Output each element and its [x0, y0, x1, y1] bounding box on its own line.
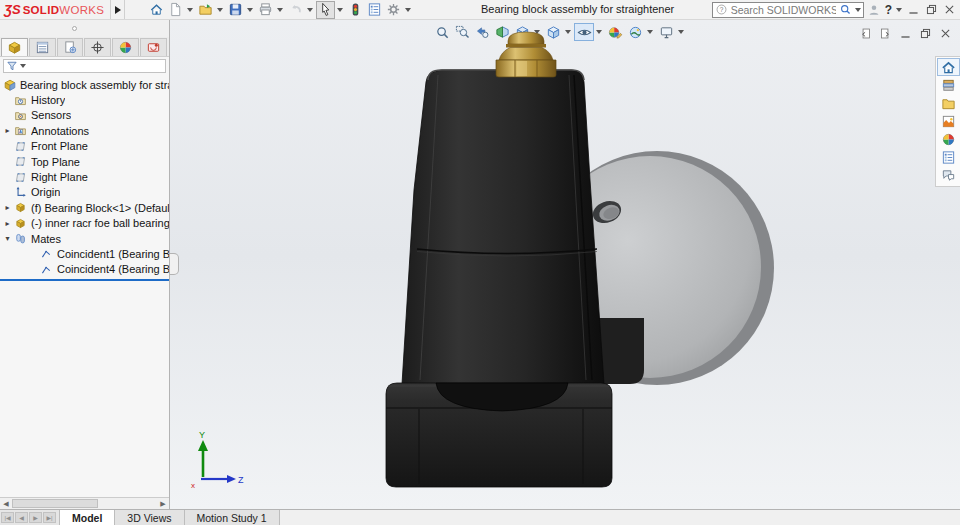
featuremanager-flyout-tab[interactable] — [170, 253, 179, 275]
tree-filter-input[interactable] — [3, 59, 166, 73]
tree-item[interactable]: ▸(-) inner racr foe ball bearing<1> (D — [0, 216, 169, 231]
taskpane-view-palette-button[interactable] — [937, 112, 960, 130]
menu-flyout-button[interactable] — [110, 0, 125, 19]
print-dropdown-arrow[interactable] — [275, 1, 284, 19]
scroll-left-arrow[interactable]: ◀ — [0, 498, 12, 509]
tree-item[interactable]: ▾Mates — [0, 231, 169, 246]
taskpane-solidworks-forum-button[interactable] — [937, 166, 960, 184]
panel-tab-configurationmanager[interactable] — [57, 38, 84, 56]
last-page-button[interactable]: ▶| — [43, 512, 56, 523]
filter-dropdown-arrow[interactable] — [20, 64, 26, 68]
options-button[interactable] — [384, 1, 403, 19]
model-bearing-block-body[interactable] — [402, 70, 604, 384]
tree-item[interactable]: History — [0, 92, 169, 107]
rebuild-button[interactable] — [346, 1, 365, 19]
edit-appearance-button[interactable] — [605, 23, 625, 41]
panel-tab-displaymanager[interactable] — [112, 38, 139, 56]
tab-motion-study-1[interactable]: Motion Study 1 — [185, 510, 280, 525]
scrollbar-track[interactable] — [12, 498, 157, 509]
zoom-to-fit-button[interactable] — [432, 23, 452, 41]
select-button[interactable] — [316, 1, 335, 19]
tab-model[interactable]: Model — [59, 510, 115, 525]
document-minimize-button[interactable] — [898, 26, 912, 40]
scroll-right-arrow[interactable]: ▶ — [157, 498, 169, 509]
first-page-button[interactable]: |◀ — [1, 512, 14, 523]
new-document-dropdown-arrow[interactable] — [185, 1, 194, 19]
previous-view-button[interactable] — [472, 23, 492, 41]
tree-expander-icon[interactable]: ▸ — [2, 126, 13, 135]
model-bearing-flange[interactable] — [539, 151, 774, 385]
window-restore-button[interactable] — [923, 2, 939, 18]
taskpane-file-explorer-button[interactable] — [937, 94, 960, 112]
taskpane-custom-properties-button[interactable] — [937, 148, 960, 166]
new-document-button[interactable] — [166, 1, 185, 19]
panel-horizontal-scrollbar[interactable]: ◀ ▶ — [0, 497, 169, 509]
tab-3d-views[interactable]: 3D Views — [115, 510, 184, 525]
user-account-icon[interactable] — [867, 3, 881, 17]
scrollbar-thumb[interactable] — [12, 499, 98, 508]
tree-expander-icon[interactable]: ▸ — [2, 219, 13, 228]
solidworks-logo-mark: ƷS — [4, 2, 21, 17]
search-input[interactable]: ? Search SOLIDWORKS Help — [712, 2, 864, 18]
file-properties-icon — [367, 2, 382, 17]
taskpane-solidworks-resources-button[interactable] — [937, 58, 960, 76]
graphics-viewport[interactable]: Y Z x — [170, 20, 960, 509]
apply-scene-button[interactable] — [625, 23, 645, 41]
next-page-button[interactable]: ▶ — [29, 512, 42, 523]
hide-show-items-button[interactable] — [574, 23, 594, 41]
view-orientation-button[interactable] — [543, 23, 563, 41]
display-style-dropdown-arrow[interactable] — [532, 23, 541, 41]
commandmanager-pull-handle[interactable] — [72, 26, 77, 31]
tree-item[interactable]: Origin — [0, 185, 169, 200]
undo-button[interactable] — [286, 1, 305, 19]
print-button[interactable] — [256, 1, 275, 19]
window-close-button[interactable] — [941, 2, 957, 18]
search-dropdown-arrow[interactable] — [855, 8, 861, 12]
view-settings-button[interactable] — [656, 23, 676, 41]
tree-item[interactable]: ▸AAnnotations — [0, 123, 169, 138]
search-magnifier-icon[interactable] — [839, 3, 852, 16]
tree-item[interactable]: Top Plane — [0, 154, 169, 169]
tree-item[interactable]: Coincident4 (Bearing Block<1>, — [0, 262, 169, 277]
tree-expander-icon[interactable]: ▾ — [2, 234, 13, 243]
panel-tab-featuremanager-design-tree[interactable] — [1, 38, 28, 56]
open-button[interactable] — [196, 1, 215, 19]
select-dropdown-arrow[interactable] — [335, 1, 344, 19]
save-button[interactable] — [226, 1, 245, 19]
tree-item[interactable]: ▸(f) Bearing Block<1> (Default<<Def — [0, 200, 169, 215]
tree-item[interactable]: Right Plane — [0, 169, 169, 184]
undo-dropdown-arrow[interactable] — [305, 1, 314, 19]
tree-item[interactable]: Coincident1 (Bearing Block<1>, — [0, 246, 169, 261]
previous-page-button[interactable]: ◀ — [15, 512, 28, 523]
taskpane-design-library-button[interactable] — [937, 76, 960, 94]
tree-item[interactable]: Sensors — [0, 108, 169, 123]
document-close-button[interactable] — [938, 26, 952, 40]
panel-tab-cam-feature-tree[interactable] — [140, 38, 167, 56]
options-dropdown-arrow[interactable] — [403, 1, 412, 19]
help-dropdown-arrow[interactable] — [896, 8, 902, 12]
window-minimize-button[interactable] — [905, 2, 921, 18]
panel-tab-propertymanager[interactable] — [29, 38, 56, 56]
zoom-to-area-button[interactable] — [452, 23, 472, 41]
open-dropdown-arrow[interactable] — [215, 1, 224, 19]
tree-item[interactable]: Bearing block assembly for straightener — [0, 77, 169, 92]
save-dropdown-arrow[interactable] — [245, 1, 254, 19]
model-base-block[interactable] — [386, 383, 612, 487]
previous-document-button[interactable] — [858, 26, 872, 40]
apply-scene-dropdown-arrow[interactable] — [645, 23, 654, 41]
next-document-button[interactable] — [878, 26, 892, 40]
tree-expander-icon[interactable]: ▸ — [2, 203, 13, 212]
model-housing-boss[interactable] — [591, 318, 644, 384]
hide-show-items-dropdown-arrow[interactable] — [594, 23, 603, 41]
taskpane-appearances-scenes-button[interactable] — [937, 130, 960, 148]
home-button[interactable] — [147, 1, 166, 19]
panel-tab-dimxpertmanager[interactable] — [84, 38, 111, 56]
view-orientation-dropdown-arrow[interactable] — [563, 23, 572, 41]
file-properties-button[interactable] — [365, 1, 384, 19]
view-settings-dropdown-arrow[interactable] — [676, 23, 685, 41]
tree-item[interactable]: Front Plane — [0, 139, 169, 154]
help-menu-button[interactable]: ? — [884, 3, 893, 17]
section-view-button[interactable] — [492, 23, 512, 41]
document-restore-button[interactable] — [918, 26, 932, 40]
display-style-button[interactable] — [512, 23, 532, 41]
